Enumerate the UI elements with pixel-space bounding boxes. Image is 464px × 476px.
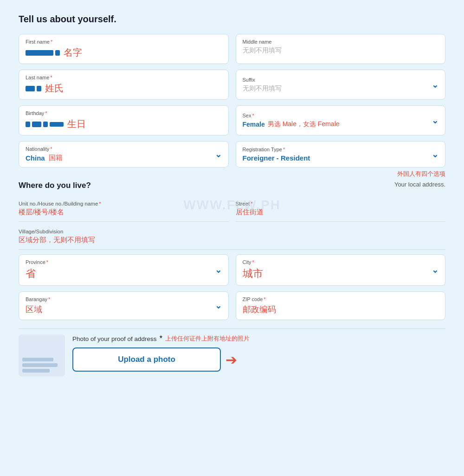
last-name-label: Last name * xyxy=(26,75,222,80)
photo-label: Photo of your proof of address xyxy=(72,335,157,342)
nationality-value: China xyxy=(26,154,45,162)
birthday-field[interactable]: Birthday * 生日 xyxy=(19,105,229,135)
middle-name-field[interactable]: Middle name 无则不用填写 xyxy=(236,34,446,64)
upload-photo-label: Upload a photo xyxy=(118,355,175,364)
zip-field[interactable]: ZIP code * 邮政编码 xyxy=(236,291,446,320)
city-annotation: 城市 xyxy=(243,267,432,281)
first-name-placeholder-blocks xyxy=(26,50,60,56)
photo-preview xyxy=(19,334,65,376)
province-field[interactable]: Province * 省 ⌄ xyxy=(19,254,229,286)
street-annotation: 居住街道 xyxy=(236,208,446,217)
barangay-label: Barangay * xyxy=(26,296,215,302)
sex-value-row: Female 男选 Male，女选 Female xyxy=(243,120,432,129)
suffix-chevron-icon[interactable]: ⌄ xyxy=(432,80,438,90)
birthday-placeholder-blocks xyxy=(26,122,64,127)
suffix-field[interactable]: Suffix 无则不用填写 ⌄ xyxy=(236,70,446,100)
suffix-label: Suffix xyxy=(243,77,432,83)
last-name-placeholder-blocks xyxy=(26,86,41,91)
suffix-placeholder: 无则不用填写 xyxy=(243,84,432,93)
village-label: Village/Subdivision xyxy=(19,229,445,234)
birthday-annotation: 生日 xyxy=(67,118,86,130)
first-name-annotation: 名字 xyxy=(64,46,82,59)
province-label: Province * xyxy=(26,259,215,265)
registration-type-chevron-icon[interactable]: ⌄ xyxy=(432,149,438,160)
address-subtitle: Your local address. xyxy=(394,181,445,188)
barangay-field[interactable]: Barangay * 区域 ⌄ xyxy=(19,291,229,320)
last-name-field[interactable]: Last name * 姓氏 xyxy=(19,70,229,100)
upload-photo-button[interactable]: Upload a photo xyxy=(72,347,221,372)
province-chevron-icon[interactable]: ⌄ xyxy=(215,265,222,275)
photo-annotation: 上传任何证件上附有地址的照片 xyxy=(165,334,250,343)
registration-type-label: Registration Type * xyxy=(243,147,432,152)
nationality-annotation: 国籍 xyxy=(49,154,63,162)
sex-field[interactable]: Sex * Female 男选 Male，女选 Female ⌄ xyxy=(236,105,446,135)
nationality-label: Nationality * xyxy=(26,146,215,152)
photo-upload-area: Photo of your proof of address * 上传任何证件上… xyxy=(72,334,445,372)
barangay-chevron-icon[interactable]: ⌄ xyxy=(215,301,222,311)
province-annotation: 省 xyxy=(26,267,215,281)
city-label: City * xyxy=(243,259,432,265)
street-label: Street * xyxy=(236,201,446,206)
registration-type-field[interactable]: Registration Type * Foreigner - Resident… xyxy=(236,141,446,167)
address-section: Where do you live? Your local address. U… xyxy=(19,181,445,320)
city-field[interactable]: City * 城市 ⌄ xyxy=(236,254,446,286)
middle-name-placeholder: 无则不用填写 xyxy=(243,46,282,55)
nationality-field[interactable]: Nationality * China 国籍 ⌄ xyxy=(19,141,229,167)
village-field[interactable]: Village/Subdivision 区域分部，无则不用填写 xyxy=(19,224,445,250)
registration-annotation: 外国人有四个选项 xyxy=(397,170,445,177)
page-title: Tell us about yourself. xyxy=(19,14,445,25)
zip-annotation: 邮政编码 xyxy=(243,304,439,315)
sex-chevron-icon[interactable]: ⌄ xyxy=(432,116,438,126)
unit-annotation: 楼层/楼号/楼名 xyxy=(19,208,229,217)
barangay-annotation: 区域 xyxy=(26,304,215,315)
zip-label: ZIP code * xyxy=(243,296,439,302)
registration-type-value: Foreigner - Resident xyxy=(243,154,432,162)
sex-label: Sex * xyxy=(243,113,432,118)
nationality-chevron-icon[interactable]: ⌄ xyxy=(215,149,222,160)
photo-section: Photo of your proof of address * 上传任何证件上… xyxy=(19,328,445,376)
first-name-label: First name * xyxy=(26,39,222,45)
unit-field[interactable]: Unit no./House no./Building name * 楼层/楼号… xyxy=(19,196,229,222)
arrow-icon: ➔ xyxy=(226,352,237,368)
address-section-title: Where do you live? xyxy=(19,181,91,190)
birthday-label: Birthday * xyxy=(26,110,222,116)
unit-label: Unit no./House no./Building name * xyxy=(19,201,229,206)
city-chevron-icon[interactable]: ⌄ xyxy=(432,265,438,275)
last-name-annotation: 姓氏 xyxy=(45,82,64,95)
first-name-field[interactable]: First name * 名字 xyxy=(19,34,229,64)
village-annotation: 区域分部，无则不用填写 xyxy=(19,236,445,244)
street-field[interactable]: Street * 居住街道 xyxy=(236,196,446,222)
middle-name-label: Middle name xyxy=(243,39,439,45)
